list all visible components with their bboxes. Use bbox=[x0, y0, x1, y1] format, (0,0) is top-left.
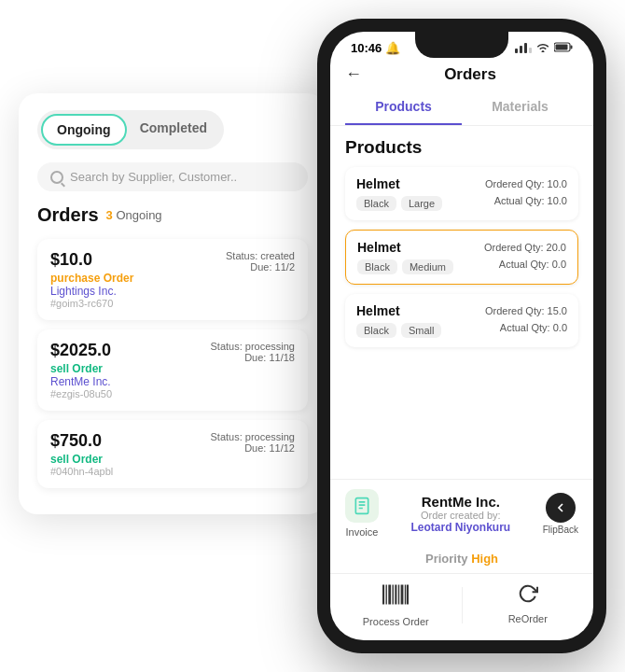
process-order-label: Process Order bbox=[363, 616, 429, 627]
phone-header: ← Orders bbox=[330, 59, 593, 90]
svg-rect-14 bbox=[405, 585, 406, 605]
reorder-icon bbox=[518, 583, 538, 609]
back-button[interactable]: ← bbox=[345, 64, 362, 84]
order-type: sell Order bbox=[50, 362, 112, 375]
signal-icon bbox=[515, 43, 532, 53]
company-info: RentMe Inc. Order created by: Leotard Ni… bbox=[388, 494, 534, 534]
tag-size: Large bbox=[401, 196, 442, 211]
phone-screen: 10:46 🔔 bbox=[330, 32, 593, 640]
svg-rect-8 bbox=[386, 585, 387, 605]
bottom-actions: Process Order ReOrder bbox=[330, 573, 593, 640]
svg-rect-2 bbox=[556, 45, 568, 50]
product-qty: Ordered Qty: 10.0 Actual Qty: 10.0 bbox=[485, 176, 567, 209]
priority-bar: Priority High bbox=[330, 547, 593, 573]
phone-notch bbox=[415, 32, 508, 58]
product-tags: Black Large bbox=[356, 196, 442, 211]
order-amount: $2025.0 bbox=[50, 341, 112, 360]
phone-tabs: Products Materials bbox=[330, 90, 593, 126]
left-card: Ongoing Completed Search by Supplier, Cu… bbox=[19, 93, 326, 514]
scene: + Ongoing Completed Search by Supplier, … bbox=[0, 0, 625, 672]
order-card[interactable]: $10.0 purchase Order Lightings Inc. #goi… bbox=[37, 239, 308, 320]
toggle-completed[interactable]: Completed bbox=[127, 114, 220, 146]
company-name: RentMe Inc. bbox=[388, 494, 534, 510]
phone: 10:46 🔔 bbox=[317, 19, 606, 653]
phone-content: Products Helmet Black Large Ordered Qty: bbox=[330, 126, 593, 479]
orders-title: Orders bbox=[37, 204, 99, 226]
flipback-label: FlipBack bbox=[543, 525, 578, 535]
flipback-button[interactable]: FlipBack bbox=[543, 493, 578, 535]
footer-top: Invoice RentMe Inc. Order created by: Le… bbox=[330, 479, 593, 547]
product-card[interactable]: Helmet Black Small Ordered Qty: 15.0 Act… bbox=[345, 294, 578, 347]
invoice-button[interactable]: Invoice bbox=[345, 489, 379, 538]
order-meta: Status: created Due: 11/2 bbox=[226, 250, 295, 273]
svg-rect-13 bbox=[401, 585, 404, 605]
product-name: Helmet bbox=[356, 176, 442, 191]
tab-products[interactable]: Products bbox=[345, 90, 462, 125]
order-id: #ezgis-08u50 bbox=[50, 388, 112, 399]
toggle-ongoing[interactable]: Ongoing bbox=[41, 114, 127, 146]
battery-icon bbox=[554, 42, 573, 54]
barcode-icon bbox=[382, 583, 409, 611]
tab-materials[interactable]: Materials bbox=[462, 90, 578, 125]
order-amount: $10.0 bbox=[50, 250, 133, 270]
process-order-button[interactable]: Process Order bbox=[330, 583, 462, 627]
order-card[interactable]: $750.0 sell Order #040hn-4apbl Status: p… bbox=[37, 420, 308, 488]
product-name: Helmet bbox=[356, 303, 441, 318]
search-placeholder: Search by Supplier, Customer.. bbox=[70, 170, 237, 184]
ongoing-label: Ongoing bbox=[116, 208, 161, 222]
svg-rect-7 bbox=[382, 585, 384, 605]
product-qty: Ordered Qty: 15.0 Actual Qty: 0.0 bbox=[485, 303, 567, 336]
reorder-label: ReOrder bbox=[508, 613, 548, 624]
product-tags: Black Small bbox=[356, 323, 441, 338]
status-time: 10:46 🔔 bbox=[351, 41, 400, 55]
svg-rect-10 bbox=[393, 585, 394, 605]
tag-size: Medium bbox=[402, 259, 453, 274]
tag-color: Black bbox=[356, 196, 396, 211]
order-meta: Status: processing Due: 11/18 bbox=[211, 341, 296, 363]
order-id: #040hn-4apbl bbox=[50, 466, 113, 477]
invoice-icon bbox=[345, 489, 379, 523]
product-card[interactable]: Helmet Black Large Ordered Qty: 10.0 Act… bbox=[345, 167, 578, 220]
priority-label: Priority bbox=[425, 552, 468, 566]
svg-rect-12 bbox=[398, 585, 399, 605]
page-title: Orders bbox=[362, 65, 578, 84]
order-id: #goim3-rc670 bbox=[50, 298, 133, 309]
order-amount: $750.0 bbox=[50, 431, 113, 451]
status-icons bbox=[515, 42, 573, 54]
flipback-icon bbox=[546, 493, 576, 523]
product-tags: Black Medium bbox=[357, 259, 453, 274]
created-by-name: Leotard Niyonkuru bbox=[388, 521, 534, 534]
search-bar[interactable]: Search by Supplier, Customer.. bbox=[37, 162, 308, 191]
order-card[interactable]: $2025.0 sell Order RentMe Inc. #ezgis-08… bbox=[37, 329, 308, 411]
orders-header: Orders 3 Ongoing bbox=[37, 204, 308, 226]
wifi-icon bbox=[536, 42, 549, 54]
toggle-bar: Ongoing Completed bbox=[37, 110, 224, 149]
product-name: Helmet bbox=[357, 240, 453, 255]
created-by-label: Order created by: bbox=[388, 510, 534, 521]
order-type: sell Order bbox=[50, 453, 113, 466]
ongoing-badge: 3 Ongoing bbox=[106, 208, 162, 222]
svg-rect-9 bbox=[389, 585, 392, 605]
tag-size: Small bbox=[401, 323, 442, 338]
order-company: Lightings Inc. bbox=[50, 285, 133, 298]
product-card[interactable]: Helmet Black Medium Ordered Qty: 20.0 Ac… bbox=[345, 230, 578, 285]
order-type: purchase Order bbox=[50, 272, 133, 285]
product-qty: Ordered Qty: 20.0 Actual Qty: 0.0 bbox=[484, 240, 566, 273]
tag-color: Black bbox=[356, 323, 396, 338]
invoice-label: Invoice bbox=[346, 526, 379, 538]
order-meta: Status: processing Due: 11/12 bbox=[211, 431, 296, 454]
search-icon bbox=[50, 171, 63, 184]
priority-value: High bbox=[471, 552, 498, 566]
svg-rect-1 bbox=[571, 46, 573, 49]
svg-rect-15 bbox=[407, 585, 409, 605]
products-section-title: Products bbox=[345, 137, 578, 158]
tag-color: Black bbox=[357, 259, 397, 274]
order-company: RentMe Inc. bbox=[50, 375, 112, 388]
svg-rect-11 bbox=[396, 585, 397, 605]
reorder-button[interactable]: ReOrder bbox=[463, 583, 594, 627]
ongoing-count: 3 bbox=[106, 208, 113, 222]
